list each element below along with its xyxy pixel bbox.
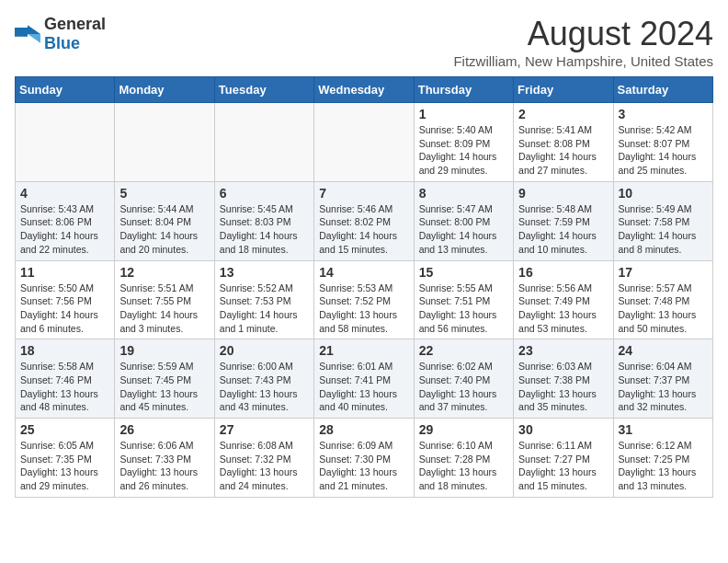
calendar-day: 26Sunrise: 6:06 AM Sunset: 7:33 PM Dayli… [115, 419, 214, 498]
day-number: 23 [518, 343, 608, 358]
calendar-day: 30Sunrise: 6:11 AM Sunset: 7:27 PM Dayli… [514, 419, 613, 498]
day-info: Sunrise: 6:01 AM Sunset: 7:41 PM Dayligh… [319, 360, 408, 414]
day-info: Sunrise: 5:57 AM Sunset: 7:48 PM Dayligh… [619, 282, 708, 336]
calendar-week-2: 4Sunrise: 5:43 AM Sunset: 8:06 PM Daylig… [16, 181, 713, 260]
day-number: 24 [619, 343, 708, 358]
day-info: Sunrise: 6:08 AM Sunset: 7:32 PM Dayligh… [220, 439, 309, 493]
day-number: 21 [319, 343, 408, 358]
day-number: 8 [419, 186, 508, 201]
day-info: Sunrise: 5:50 AM Sunset: 7:56 PM Dayligh… [20, 282, 109, 336]
day-info: Sunrise: 5:41 AM Sunset: 8:08 PM Dayligh… [518, 123, 608, 178]
day-info: Sunrise: 5:44 AM Sunset: 8:04 PM Dayligh… [119, 202, 209, 257]
logo: General Blue [15, 15, 106, 53]
calendar-day: 18Sunrise: 5:58 AM Sunset: 7:46 PM Dayli… [16, 339, 115, 419]
day-info: Sunrise: 5:49 AM Sunset: 7:58 PM Dayligh… [619, 202, 708, 257]
calendar-day: 12Sunrise: 5:51 AM Sunset: 7:55 PM Dayli… [115, 260, 214, 339]
title-block: August 2024 Fitzwilliam, New Hampshire, … [453, 15, 713, 69]
weekday-header-tuesday: Tuesday [214, 77, 313, 103]
svg-marker-1 [28, 25, 40, 34]
day-number: 29 [419, 422, 508, 437]
day-number: 18 [20, 343, 109, 358]
day-info: Sunrise: 5:47 AM Sunset: 8:00 PM Dayligh… [419, 202, 508, 257]
weekday-header-friday: Friday [514, 77, 613, 103]
calendar-day: 25Sunrise: 6:05 AM Sunset: 7:35 PM Dayli… [16, 419, 115, 498]
day-number: 9 [518, 186, 608, 201]
day-info: Sunrise: 6:04 AM Sunset: 7:37 PM Dayligh… [619, 360, 708, 414]
calendar-week-3: 11Sunrise: 5:50 AM Sunset: 7:56 PM Dayli… [16, 260, 713, 339]
calendar-day: 17Sunrise: 5:57 AM Sunset: 7:48 PM Dayli… [613, 260, 712, 339]
calendar-day: 8Sunrise: 5:47 AM Sunset: 8:00 PM Daylig… [414, 181, 513, 260]
calendar-day: 11Sunrise: 5:50 AM Sunset: 7:56 PM Dayli… [16, 260, 115, 339]
day-info: Sunrise: 5:40 AM Sunset: 8:09 PM Dayligh… [419, 123, 508, 178]
weekday-header-wednesday: Wednesday [314, 77, 414, 103]
calendar-day [115, 103, 214, 182]
day-number: 20 [220, 343, 309, 358]
logo-general: General [44, 15, 106, 33]
day-number: 2 [518, 107, 608, 121]
calendar-day: 15Sunrise: 5:55 AM Sunset: 7:51 PM Dayli… [414, 260, 513, 339]
calendar-day: 7Sunrise: 5:46 AM Sunset: 8:02 PM Daylig… [314, 181, 414, 260]
calendar-day: 14Sunrise: 5:53 AM Sunset: 7:52 PM Dayli… [314, 260, 414, 339]
calendar-day: 27Sunrise: 6:08 AM Sunset: 7:32 PM Dayli… [214, 419, 313, 498]
calendar-day [16, 103, 115, 182]
calendar-day: 23Sunrise: 6:03 AM Sunset: 7:38 PM Dayli… [514, 339, 613, 419]
calendar-day [314, 103, 414, 182]
calendar-day: 29Sunrise: 6:10 AM Sunset: 7:28 PM Dayli… [414, 419, 513, 498]
calendar-day: 31Sunrise: 6:12 AM Sunset: 7:25 PM Dayli… [613, 419, 712, 498]
day-number: 27 [220, 422, 309, 437]
day-info: Sunrise: 5:51 AM Sunset: 7:55 PM Dayligh… [119, 282, 209, 336]
svg-marker-2 [28, 34, 40, 43]
day-info: Sunrise: 5:59 AM Sunset: 7:45 PM Dayligh… [119, 360, 209, 414]
day-number: 30 [518, 422, 608, 437]
calendar-day: 22Sunrise: 6:02 AM Sunset: 7:40 PM Dayli… [414, 339, 513, 419]
page-header: General Blue August 2024 Fitzwilliam, Ne… [15, 15, 713, 69]
day-info: Sunrise: 6:03 AM Sunset: 7:38 PM Dayligh… [518, 360, 608, 414]
day-info: Sunrise: 5:58 AM Sunset: 7:46 PM Dayligh… [20, 360, 109, 414]
day-number: 7 [319, 186, 408, 201]
calendar-header-row: SundayMondayTuesdayWednesdayThursdayFrid… [16, 77, 713, 103]
day-info: Sunrise: 5:53 AM Sunset: 7:52 PM Dayligh… [319, 282, 408, 336]
calendar-day: 2Sunrise: 5:41 AM Sunset: 8:08 PM Daylig… [514, 103, 613, 182]
day-info: Sunrise: 5:56 AM Sunset: 7:49 PM Dayligh… [518, 282, 608, 336]
calendar-day: 16Sunrise: 5:56 AM Sunset: 7:49 PM Dayli… [514, 260, 613, 339]
day-number: 28 [319, 422, 408, 437]
day-info: Sunrise: 5:43 AM Sunset: 8:06 PM Dayligh… [20, 202, 109, 257]
calendar-day: 20Sunrise: 6:00 AM Sunset: 7:43 PM Dayli… [214, 339, 313, 419]
day-number: 31 [619, 422, 708, 437]
calendar-day: 3Sunrise: 5:42 AM Sunset: 8:07 PM Daylig… [613, 103, 712, 182]
calendar-week-1: 1Sunrise: 5:40 AM Sunset: 8:09 PM Daylig… [16, 103, 713, 182]
calendar-day: 4Sunrise: 5:43 AM Sunset: 8:06 PM Daylig… [16, 181, 115, 260]
calendar-day: 1Sunrise: 5:40 AM Sunset: 8:09 PM Daylig… [414, 103, 513, 182]
day-number: 19 [119, 343, 209, 358]
logo-icon [15, 25, 40, 43]
svg-rect-0 [15, 28, 28, 37]
month-title: August 2024 [453, 15, 713, 53]
day-info: Sunrise: 5:55 AM Sunset: 7:51 PM Dayligh… [419, 282, 508, 336]
day-number: 10 [619, 186, 708, 201]
calendar-day: 24Sunrise: 6:04 AM Sunset: 7:37 PM Dayli… [613, 339, 712, 419]
day-number: 5 [119, 186, 209, 201]
location-subtitle: Fitzwilliam, New Hampshire, United State… [453, 53, 713, 69]
day-info: Sunrise: 6:05 AM Sunset: 7:35 PM Dayligh… [20, 439, 109, 493]
weekday-header-monday: Monday [115, 77, 214, 103]
day-info: Sunrise: 6:09 AM Sunset: 7:30 PM Dayligh… [319, 439, 408, 493]
day-number: 17 [619, 265, 708, 280]
calendar-day: 13Sunrise: 5:52 AM Sunset: 7:53 PM Dayli… [214, 260, 313, 339]
day-number: 16 [518, 265, 608, 280]
calendar-day: 9Sunrise: 5:48 AM Sunset: 7:59 PM Daylig… [514, 181, 613, 260]
day-number: 6 [220, 186, 309, 201]
calendar-day [214, 103, 313, 182]
calendar-day: 28Sunrise: 6:09 AM Sunset: 7:30 PM Dayli… [314, 419, 414, 498]
logo-blue: Blue [44, 34, 80, 52]
day-info: Sunrise: 5:48 AM Sunset: 7:59 PM Dayligh… [518, 202, 608, 257]
day-info: Sunrise: 5:52 AM Sunset: 7:53 PM Dayligh… [220, 282, 309, 336]
day-number: 15 [419, 265, 508, 280]
day-info: Sunrise: 6:00 AM Sunset: 7:43 PM Dayligh… [220, 360, 309, 414]
weekday-header-sunday: Sunday [16, 77, 115, 103]
calendar-day: 10Sunrise: 5:49 AM Sunset: 7:58 PM Dayli… [613, 181, 712, 260]
calendar-table: SundayMondayTuesdayWednesdayThursdayFrid… [15, 76, 713, 498]
day-info: Sunrise: 5:42 AM Sunset: 8:07 PM Dayligh… [619, 123, 708, 178]
calendar-day: 6Sunrise: 5:45 AM Sunset: 8:03 PM Daylig… [214, 181, 313, 260]
day-info: Sunrise: 6:11 AM Sunset: 7:27 PM Dayligh… [518, 439, 608, 493]
weekday-header-saturday: Saturday [613, 77, 712, 103]
